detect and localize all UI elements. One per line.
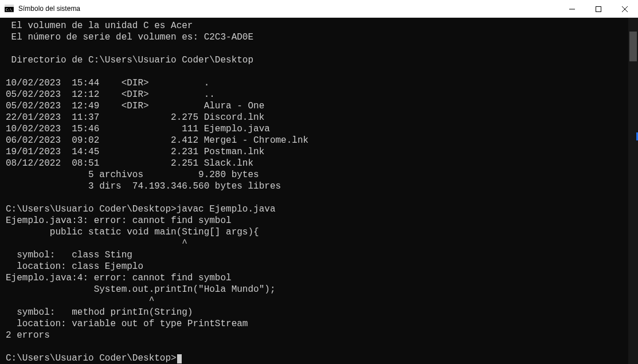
terminal-line: 5 archivos 9.280 bytes — [6, 170, 259, 180]
terminal-output: El volumen de la unidad C es Acer El núm… — [0, 18, 638, 364]
minimize-button[interactable] — [559, 0, 585, 18]
terminal-line: Directorio de C:\Users\Usuario Coder\Des… — [6, 55, 253, 65]
terminal-line: 19/01/2023 14:45 2.231 Postman.lnk — [6, 147, 264, 157]
terminal-line: 05/02/2023 12:12 <DIR> .. — [6, 89, 215, 100]
svg-rect-1 — [5, 5, 14, 7]
maximize-button[interactable] — [585, 0, 612, 18]
terminal-line: ^ — [6, 238, 187, 249]
window-title: Símbolo del sistema — [18, 5, 559, 13]
terminal-line: public static void main(Sting[] args){ — [6, 227, 259, 237]
terminal-line: 22/01/2023 11:37 2.275 Discord.lnk — [6, 112, 264, 123]
terminal-line: El número de serie del volumen es: C2C3-… — [6, 32, 253, 42]
cmd-icon: C:\ — [5, 4, 14, 13]
close-button[interactable] — [612, 0, 638, 18]
terminal-line: 3 dirs 74.193.346.560 bytes libres — [6, 181, 281, 191]
terminal-line: 05/02/2023 12:49 <DIR> Alura - One — [6, 101, 264, 111]
terminal-line: El volumen de la unidad C es Acer — [6, 21, 193, 31]
scrollbar-track[interactable] — [628, 18, 638, 364]
terminal-line: C:\Users\Usuario Coder\Desktop>javac Eje… — [6, 204, 275, 214]
terminal-line: location: variable out of type PrintStre… — [6, 319, 248, 329]
terminal-line: symbol: method printIn(String) — [6, 307, 193, 318]
terminal-line: location: class Ejemplo — [6, 261, 143, 272]
terminal-line: 06/02/2023 09:02 2.412 Mergei - Chrome.l… — [6, 135, 308, 146]
terminal-line: ^ — [6, 296, 154, 306]
terminal-area[interactable]: El volumen de la unidad C es Acer El núm… — [0, 18, 638, 364]
terminal-line: symbol: class Sting — [6, 250, 132, 260]
terminal-cursor — [177, 354, 182, 363]
svg-text:C:\: C:\ — [6, 7, 12, 11]
terminal-line: 10/02/2023 15:44 <DIR> . — [6, 78, 209, 88]
terminal-line: 2 errors — [6, 330, 50, 340]
svg-rect-4 — [596, 6, 601, 11]
terminal-line: C:\Users\Usuario Coder\Desktop> — [6, 353, 177, 363]
terminal-line: 10/02/2023 15:46 111 Ejemplo.java — [6, 124, 270, 134]
terminal-line: Ejemplo.java:3: error: cannot find symbo… — [6, 216, 232, 226]
terminal-line: System.out.printIn("Hola Mundo"); — [6, 284, 275, 295]
window-controls — [559, 0, 638, 17]
scrollbar-thumb[interactable] — [629, 32, 637, 61]
terminal-line: Ejemplo.java:4: error: cannot find symbo… — [6, 273, 232, 283]
window-titlebar: C:\ Símbolo del sistema — [0, 0, 638, 18]
terminal-line: 08/12/2022 08:51 2.251 Slack.lnk — [6, 158, 253, 169]
